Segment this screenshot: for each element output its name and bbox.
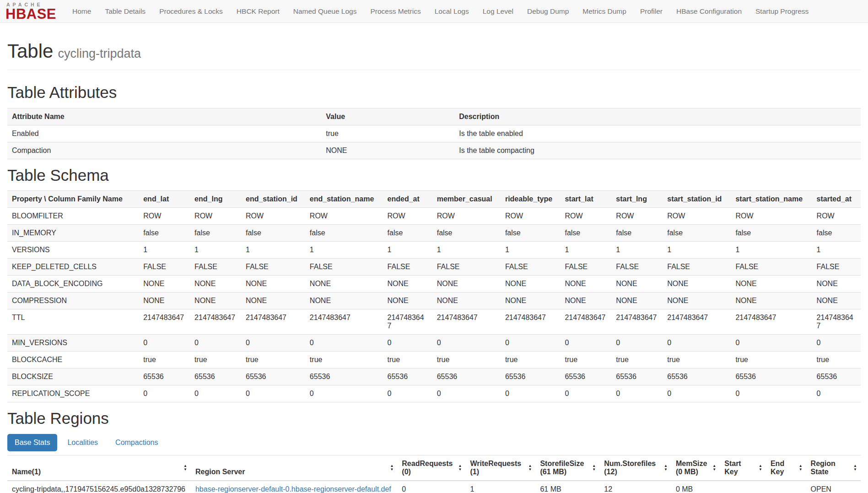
schema-value-cell: FALSE — [501, 259, 561, 276]
schema-value-cell: NONE — [611, 293, 663, 309]
nav-item-home[interactable]: Home — [65, 0, 98, 23]
schema-heading: Table Schema — [7, 167, 861, 184]
nav-item-hbase-configuration[interactable]: HBase Configuration — [669, 0, 749, 23]
schema-value-cell: 65536 — [383, 368, 432, 385]
schema-value-cell: 0 — [190, 385, 241, 402]
schema-value-cell: NONE — [731, 276, 812, 293]
schema-value-cell: 65536 — [731, 368, 812, 385]
nav-item-procedures-locks[interactable]: Procedures & Locks — [152, 0, 230, 23]
schema-col-member-casual: member_casual — [432, 191, 501, 208]
schema-value-cell: NONE — [560, 293, 611, 309]
schema-col-end-lat: end_lat — [139, 191, 190, 208]
schema-value-cell: 65536 — [812, 368, 861, 385]
tab-base-stats[interactable]: Base Stats — [7, 434, 57, 451]
page-header: Tablecycling-tripdata — [7, 40, 861, 70]
schema-col-property-column-family-name: Property \ Column Family Name — [7, 191, 139, 208]
regions-table: Name(1)▲▼Region Server▲▼ReadRequests (0)… — [7, 455, 861, 493]
regions-col-name-1[interactable]: Name(1)▲▼ — [7, 455, 191, 481]
regions-col-writerequests-1[interactable]: WriteRequests (1)▲▼ — [465, 455, 535, 481]
table-row: BLOCKCACHEtruetruetruetruetruetruetruetr… — [7, 352, 861, 368]
table-row: KEEP_DELETED_CELLSFALSEFALSEFALSEFALSEFA… — [7, 259, 861, 276]
schema-value-cell: NONE — [501, 276, 561, 293]
schema-value-cell: NONE — [663, 276, 731, 293]
schema-property-cell: VERSIONS — [7, 242, 139, 259]
schema-col-end-station-id: end_station_id — [241, 191, 305, 208]
sort-icon[interactable]: ▲▼ — [458, 464, 462, 471]
schema-value-cell: false — [611, 225, 663, 242]
regions-col-memsize-0-mb[interactable]: MemSize (0 MB)▲▼ — [671, 455, 720, 481]
schema-value-cell: 2147483647 — [383, 309, 432, 335]
schema-value-cell: ROW — [383, 208, 432, 225]
sort-icon[interactable]: ▲▼ — [712, 464, 716, 471]
table-regions-section: Table Regions Base StatsLocalitiesCompac… — [7, 410, 861, 493]
schema-value-cell: 1 — [432, 242, 501, 259]
read-requests-cell: 0 — [397, 481, 465, 493]
nav-item-profiler[interactable]: Profiler — [633, 0, 669, 23]
regions-col-region-server[interactable]: Region Server▲▼ — [191, 455, 397, 481]
schema-value-cell: 0 — [139, 335, 190, 352]
regions-header-row: Name(1)▲▼Region Server▲▼ReadRequests (0)… — [7, 455, 861, 481]
nav-item-named-queue-logs[interactable]: Named Queue Logs — [286, 0, 364, 23]
regions-col-region-state[interactable]: Region State▲▼ — [806, 455, 861, 481]
schema-value-cell: NONE — [663, 293, 731, 309]
schema-value-cell: 0 — [611, 385, 663, 402]
regions-heading: Table Regions — [7, 410, 861, 428]
schema-value-cell: FALSE — [560, 259, 611, 276]
sort-icon[interactable]: ▲▼ — [853, 464, 857, 471]
regions-col-readrequests-0[interactable]: ReadRequests (0)▲▼ — [397, 455, 465, 481]
schema-value-cell: ROW — [305, 208, 383, 225]
tab-compactions[interactable]: Compactions — [108, 434, 165, 451]
schema-value-cell: 65536 — [663, 368, 731, 385]
attributes-col-description: Description — [454, 108, 861, 125]
sort-icon[interactable]: ▲▼ — [183, 464, 187, 471]
schema-col-ended-at: ended_at — [383, 191, 432, 208]
schema-value-cell: ROW — [663, 208, 731, 225]
schema-value-cell: 0 — [560, 385, 611, 402]
sort-icon[interactable]: ▲▼ — [664, 464, 668, 471]
nav-item-log-level[interactable]: Log Level — [476, 0, 520, 23]
hbase-logo[interactable]: APACHE HBASE — [5, 2, 56, 21]
nav-item-hbck-report[interactable]: HBCK Report — [230, 0, 286, 23]
schema-value-cell: 0 — [305, 335, 383, 352]
regions-col-num-storefiles-12[interactable]: Num.Storefiles (12)▲▼ — [599, 455, 671, 481]
sort-down-arrow: ▼ — [390, 468, 394, 471]
schema-value-cell: true — [560, 352, 611, 368]
nav-item-process-metrics[interactable]: Process Metrics — [363, 0, 427, 23]
nav-item-debug-dump[interactable]: Debug Dump — [520, 0, 576, 23]
region-server-link[interactable]: hbase-regionserver-default-0.hbase-regio… — [195, 485, 391, 493]
sort-icon[interactable]: ▲▼ — [390, 464, 394, 471]
attribute-description-cell: Is the table enabled — [454, 125, 861, 142]
schema-col-start-station-name: start_station_name — [731, 191, 812, 208]
tab-localities[interactable]: Localities — [60, 434, 105, 451]
attribute-value-cell: true — [321, 125, 454, 142]
nav-item-local-logs[interactable]: Local Logs — [428, 0, 476, 23]
schema-value-cell: ROW — [611, 208, 663, 225]
nav-item-metrics-dump[interactable]: Metrics Dump — [576, 0, 633, 23]
schema-value-cell: 65536 — [190, 368, 241, 385]
nav-list-item: Named Queue Logs — [286, 0, 364, 23]
schema-property-cell: KEEP_DELETED_CELLS — [7, 259, 139, 276]
schema-value-cell: true — [663, 352, 731, 368]
schema-value-cell: false — [432, 225, 501, 242]
schema-value-cell: 0 — [432, 385, 501, 402]
end-key-cell — [766, 481, 806, 493]
regions-col-start-key[interactable]: Start Key▲▼ — [720, 455, 766, 481]
schema-value-cell: 2147483647 — [139, 309, 190, 335]
region-name-cell: cycling-tripdata,,1719475156245.e95d0a13… — [7, 481, 191, 493]
sort-icon[interactable]: ▲▼ — [759, 464, 762, 471]
schema-value-cell: ROW — [432, 208, 501, 225]
schema-value-cell: 2147483647 — [812, 309, 861, 335]
regions-col-end-key[interactable]: End Key▲▼ — [766, 455, 806, 481]
sort-icon[interactable]: ▲▼ — [592, 464, 596, 471]
schema-value-cell: ROW — [190, 208, 241, 225]
nav-list-item: Profiler — [633, 0, 669, 23]
schema-value-cell: NONE — [241, 293, 305, 309]
nav-list-item: Home — [65, 0, 98, 23]
sort-icon[interactable]: ▲▼ — [528, 464, 532, 471]
nav-item-startup-progress[interactable]: Startup Progress — [749, 0, 815, 23]
schema-value-cell: true — [241, 352, 305, 368]
sort-icon[interactable]: ▲▼ — [799, 464, 803, 471]
regions-col-storefilesize-61-mb[interactable]: StorefileSize (61 MB)▲▼ — [535, 455, 599, 481]
nav-item-table-details[interactable]: Table Details — [98, 0, 152, 23]
schema-col-start-lat: start_lat — [560, 191, 611, 208]
